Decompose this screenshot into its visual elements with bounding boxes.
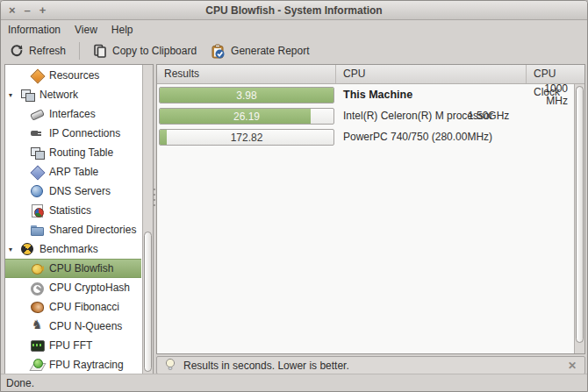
pane-splitter-grip[interactable]: [154, 189, 155, 190]
sidebar-item-interfaces[interactable]: Interfaces: [5, 104, 141, 124]
column-header-results[interactable]: Results: [157, 65, 336, 83]
app-window: × – + CPU Blowfish - System Information …: [0, 0, 588, 392]
lightbulb-icon: [164, 358, 176, 374]
sidebar-item-cpu-fibonacci[interactable]: CPU Fibonacci: [5, 297, 141, 317]
column-header-cpu-clock[interactable]: CPU Clock: [527, 65, 584, 83]
copy-to-clipboard-button[interactable]: Copy to Clipboard: [86, 41, 204, 61]
window-title: CPU Blowfish - System Information: [1, 1, 587, 20]
window-controls: × – +: [9, 1, 46, 20]
result-cell: 3.98: [157, 87, 336, 103]
sidebar-item-cpu-blowfish[interactable]: CPU Blowfish: [5, 259, 141, 278]
result-bar: 26.19: [159, 108, 334, 125]
fpu-raytracing-icon: [30, 358, 44, 372]
sidebar-item-label: Statistics: [49, 204, 91, 217]
category-tree: Resources ▾ Network Interfaces IP Connec…: [5, 66, 141, 374]
toolbar-separator: [79, 42, 80, 60]
column-header-cpu[interactable]: CPU: [336, 65, 527, 83]
cpu-name: PowerPC 740/750 (280.00MHz): [343, 131, 492, 143]
report-label: Generate Report: [231, 45, 309, 57]
results-scrollbar[interactable]: [574, 84, 584, 353]
sidebar-item-label: DNS Servers: [49, 185, 111, 197]
status-text: Done.: [6, 377, 34, 389]
cpu-frequency: 1.50GHz: [468, 110, 509, 122]
titlebar: × – + CPU Blowfish - System Information: [1, 1, 587, 20]
table-row[interactable]: 172.82 PowerPC 740/750 (280.00MHz): [157, 126, 574, 147]
menu-view[interactable]: View: [68, 22, 104, 38]
table-row[interactable]: 26.19 Intel(R) Celeron(R) M processor 1.…: [157, 105, 574, 126]
result-cell: 172.82: [157, 129, 336, 146]
cpu-clock-cell: 1000 MHz: [527, 82, 574, 107]
close-window-icon[interactable]: ×: [9, 1, 16, 20]
fpu-fft-icon: [30, 339, 44, 353]
routing-table-icon: [30, 146, 44, 160]
sidebar-item-benchmarks[interactable]: ▾ Benchmarks: [5, 239, 141, 259]
cpu-name: This Machine: [343, 89, 412, 101]
toolbar: Refresh Copy to Clipboard: [3, 39, 587, 63]
sidebar-item-label: IP Connections: [49, 127, 120, 139]
copy-label: Copy to Clipboard: [112, 45, 197, 57]
sidebar-item-label: ARP Table: [49, 166, 98, 178]
sidebar-scrollbar[interactable]: [142, 65, 153, 374]
menu-help[interactable]: Help: [104, 22, 140, 38]
minimize-window-icon[interactable]: –: [25, 1, 31, 20]
ip-connections-icon: [30, 126, 44, 140]
dns-servers-icon: [30, 184, 44, 198]
menu-information[interactable]: Information: [1, 22, 68, 38]
sidebar-item-label: Routing Table: [49, 146, 113, 159]
generate-report-button[interactable]: Generate Report: [204, 41, 316, 61]
sidebar-item-label: Network: [39, 89, 78, 101]
statistics-icon: [30, 203, 44, 217]
sidebar-item-statistics[interactable]: Statistics: [5, 201, 141, 220]
infobar-message: Results in seconds. Lower is better.: [183, 360, 349, 372]
statusbar: Done.: [1, 374, 587, 391]
sidebar-item-label: Benchmarks: [39, 243, 98, 255]
table-row[interactable]: 3.98 This Machine 1000 MHz: [157, 84, 574, 105]
network-icon: [20, 88, 34, 102]
sidebar-item-dns-servers[interactable]: DNS Servers: [5, 182, 141, 201]
sidebar-item-fpu-raytracing[interactable]: FPU Raytracing: [5, 355, 141, 374]
chevron-down-icon[interactable]: ▾: [9, 246, 20, 253]
result-cell: 26.19: [157, 108, 336, 125]
sidebar-scrollbar-thumb[interactable]: [144, 232, 152, 372]
close-icon[interactable]: ✕: [568, 360, 577, 372]
sidebar-item-resources[interactable]: Resources: [5, 66, 141, 85]
sidebar-item-label: CPU Fibonacci: [49, 301, 119, 313]
sidebar-item-fpu-fft[interactable]: FPU FFT: [5, 336, 141, 355]
sidebar-item-label: FPU FFT: [49, 339, 92, 352]
report-icon: [211, 44, 226, 59]
cpu-nqueens-icon: [30, 319, 44, 333]
sidebar-item-cpu-cryptohash[interactable]: CPU CryptoHash: [5, 278, 141, 297]
sidebar-item-label: Resources: [49, 69, 99, 82]
copy-icon: [93, 44, 107, 58]
shared-directories-icon: [30, 223, 44, 237]
sidebar-item-network[interactable]: ▾ Network: [5, 85, 141, 104]
sidebar-item-ip-connections[interactable]: IP Connections: [5, 124, 141, 143]
sidebar-item-label: CPU N-Queens: [49, 320, 122, 332]
results-table: 3.98 This Machine 1000 MHz 26.19 Intel(R…: [157, 84, 574, 353]
cpu-blowfish-icon: [30, 261, 44, 275]
result-value: 172.82: [160, 130, 333, 146]
refresh-button[interactable]: Refresh: [3, 41, 73, 61]
cpu-cell: Intel(R) Celeron(R) M processor 1.50GHz: [336, 110, 527, 122]
menubar: Information View Help: [1, 21, 587, 39]
maximize-window-icon[interactable]: +: [39, 1, 47, 20]
result-value: 3.98: [160, 88, 333, 103]
results-pane: Results CPU CPU Clock 3.98 This Machine …: [156, 64, 585, 354]
sidebar-item-cpu-nqueens[interactable]: CPU N-Queens: [5, 317, 141, 336]
sidebar-item-routing-table[interactable]: Routing Table: [5, 143, 141, 162]
cpu-cryptohash-icon: [30, 281, 44, 295]
sidebar-item-arp-table[interactable]: ARP Table: [5, 162, 141, 182]
results-scrollbar-thumb[interactable]: [576, 86, 584, 343]
sidebar-item-label: CPU Blowfish: [49, 262, 113, 274]
sidebar: Resources ▾ Network Interfaces IP Connec…: [4, 64, 154, 374]
cpu-cell: PowerPC 740/750 (280.00MHz): [336, 131, 527, 143]
resources-icon: [30, 68, 44, 82]
result-value: 26.19: [160, 109, 333, 125]
refresh-icon: [10, 44, 24, 58]
chevron-down-icon[interactable]: ▾: [9, 91, 20, 99]
cpu-fibonacci-icon: [30, 300, 44, 314]
sidebar-item-shared-directories[interactable]: Shared Directories: [5, 220, 141, 239]
cpu-cell: This Machine: [336, 89, 527, 101]
sidebar-item-label: CPU CryptoHash: [49, 282, 130, 294]
table-header: Results CPU CPU Clock: [157, 65, 584, 84]
